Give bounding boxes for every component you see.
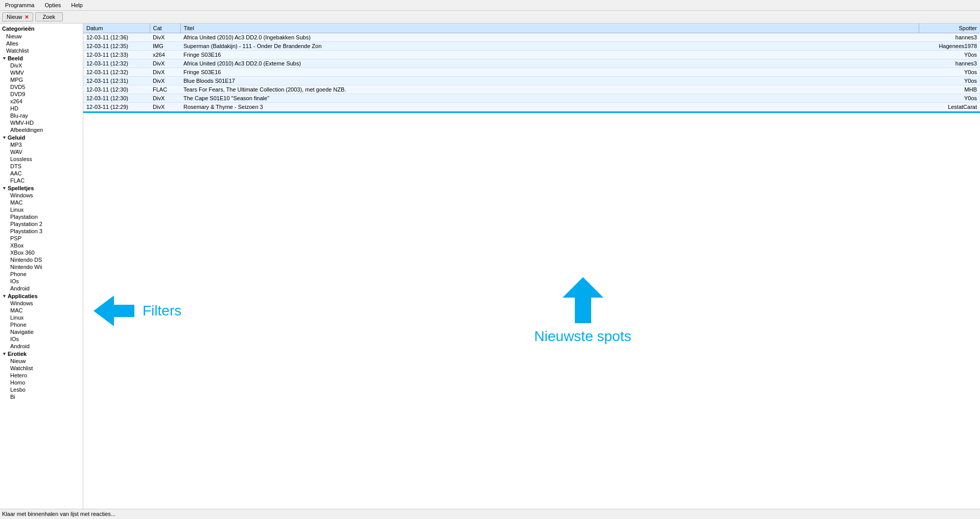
sidebar-item-wmv[interactable]: WMV xyxy=(0,69,83,76)
sidebar-item-aac[interactable]: AAC xyxy=(0,170,83,177)
sidebar-item-nintendo-ds[interactable]: Nintendo DS xyxy=(0,256,83,263)
new-tab-button[interactable]: Nieuw ✕ xyxy=(2,12,33,21)
sidebar-group-applicaties[interactable]: ▼Applicaties xyxy=(0,292,83,300)
triangle-icon: ▼ xyxy=(2,56,7,61)
sidebar-group-spelletjes[interactable]: ▼Spelletjes xyxy=(0,184,83,192)
table-row[interactable]: 12-03-11 (12:30) DivX The Cape S01E10 "S… xyxy=(83,94,980,103)
arrow-left-icon xyxy=(94,296,134,326)
table-row[interactable]: 12-03-11 (12:29) DivX Rosemary & Thyme -… xyxy=(83,103,980,111)
cell-cat: IMG xyxy=(150,42,180,51)
sidebar-item-wav[interactable]: WAV xyxy=(0,148,83,155)
left-arrow-svg xyxy=(94,296,134,326)
sidebar-item-windows[interactable]: Windows xyxy=(0,300,83,307)
sidebar-group-beeld[interactable]: ▼Beeld xyxy=(0,54,83,62)
sidebar-item-watchlist[interactable]: Watchlist xyxy=(0,47,83,54)
sidebar-item-dvd5[interactable]: DVD5 xyxy=(0,83,83,91)
menu-help[interactable]: Help xyxy=(68,1,86,9)
sidebar-item-android[interactable]: Android xyxy=(0,343,83,350)
cell-spotter: Y0os xyxy=(919,68,980,77)
filters-label: Filters xyxy=(143,303,181,319)
sidebar-items: NieuwAllesWatchlist▼BeeldDivXWMVMPGDVD5D… xyxy=(0,33,83,400)
sidebar-item-bi[interactable]: Bi xyxy=(0,393,83,400)
sidebar-item-ios[interactable]: IOs xyxy=(0,278,83,285)
sidebar-item-flac[interactable]: FLAC xyxy=(0,177,83,184)
sidebar-item-blu-ray[interactable]: Blu-ray xyxy=(0,112,83,119)
sidebar-item-xbox-360[interactable]: XBox 360 xyxy=(0,249,83,256)
sidebar-item-android[interactable]: Android xyxy=(0,285,83,292)
sidebar-item-mac[interactable]: MAC xyxy=(0,199,83,206)
sidebar-group-geluid[interactable]: ▼Geluid xyxy=(0,133,83,141)
cell-cat: DivX xyxy=(150,77,180,85)
tab-close-icon[interactable]: ✕ xyxy=(25,14,29,20)
sidebar-item-ios[interactable]: IOs xyxy=(0,335,83,343)
nieuwste-spots-group: Nieuwste spots xyxy=(534,277,632,345)
sidebar-item-wmv-hd[interactable]: WMV-HD xyxy=(0,119,83,126)
table-row[interactable]: 12-03-11 (12:32) DivX Fringe S03E16 Y0os xyxy=(83,68,980,77)
table-row[interactable]: 12-03-11 (12:35) IMG Superman (Baldakijn… xyxy=(83,42,980,51)
sidebar-item-lossless[interactable]: Lossless xyxy=(0,155,83,163)
filters-group: Filters xyxy=(94,296,181,326)
sidebar-item-x264[interactable]: x264 xyxy=(0,98,83,105)
sidebar-item-mac[interactable]: MAC xyxy=(0,307,83,314)
menu-programma[interactable]: Programma xyxy=(2,1,37,9)
cell-spotter: Y0os xyxy=(919,51,980,59)
sidebar-item-watchlist[interactable]: Watchlist xyxy=(0,365,83,372)
cell-titel: Superman (Baldakijn) - 111 - Onder De Br… xyxy=(180,42,919,51)
sidebar-item-lesbo[interactable]: Lesbo xyxy=(0,386,83,393)
cell-titel: Blue Bloods S01E17 xyxy=(180,77,919,85)
sidebar-group-erotiek[interactable]: ▼Erotiek xyxy=(0,350,83,357)
sidebar-header: Categorieën xyxy=(0,25,83,33)
cell-cat: DivX xyxy=(150,33,180,42)
cell-datum: 12-03-11 (12:33) xyxy=(83,51,150,59)
col-cat[interactable]: Cat xyxy=(150,24,180,33)
table-container: Datum Cat Titel Spotter 12-03-11 (12:36)… xyxy=(83,24,980,113)
sidebar-item-mpg[interactable]: MPG xyxy=(0,76,83,83)
sidebar-item-dvd9[interactable]: DVD9 xyxy=(0,91,83,98)
cell-cat: DivX xyxy=(150,68,180,77)
table-row[interactable]: 12-03-11 (12:36) DivX Africa United (201… xyxy=(83,33,980,42)
sidebar-item-homo[interactable]: Homo xyxy=(0,379,83,386)
sidebar-item-nintendo-wii[interactable]: Nintendo Wii xyxy=(0,263,83,270)
sidebar-item-phone[interactable]: Phone xyxy=(0,321,83,328)
sidebar-item-hetero[interactable]: Hetero xyxy=(0,372,83,379)
sidebar-item-xbox[interactable]: XBox xyxy=(0,242,83,249)
sidebar-item-hd[interactable]: HD xyxy=(0,105,83,112)
search-button[interactable]: Zoek xyxy=(35,12,63,21)
cell-titel: Fringe S03E16 xyxy=(180,68,919,77)
cell-datum: 12-03-11 (12:29) xyxy=(83,103,150,111)
sidebar-item-nieuw[interactable]: Nieuw xyxy=(0,357,83,365)
table-row[interactable]: 12-03-11 (12:31) DivX Blue Bloods S01E17… xyxy=(83,77,980,85)
cell-datum: 12-03-11 (12:30) xyxy=(83,85,150,94)
sidebar-item-navigatie[interactable]: Navigatie xyxy=(0,328,83,335)
up-arrow-group xyxy=(563,277,603,323)
content-area: Datum Cat Titel Spotter 12-03-11 (12:36)… xyxy=(83,24,980,509)
triangle-icon: ▼ xyxy=(2,135,7,140)
cell-cat: FLAC xyxy=(150,85,180,94)
col-spotter[interactable]: Spotter xyxy=(919,24,980,33)
sidebar-item-linux[interactable]: Linux xyxy=(0,314,83,321)
sidebar-item-linux[interactable]: Linux xyxy=(0,206,83,213)
toolbar: Nieuw ✕ Zoek xyxy=(0,11,980,24)
sidebar-item-phone[interactable]: Phone xyxy=(0,270,83,278)
cell-titel: Africa United (2010) Ac3 DD2.0 (Ingebakk… xyxy=(180,33,919,42)
sidebar-item-windows[interactable]: Windows xyxy=(0,192,83,199)
table-row[interactable]: 12-03-11 (12:32) DivX Africa United (201… xyxy=(83,59,980,68)
menu-opties[interactable]: Opties xyxy=(41,1,64,9)
sidebar-item-nieuw[interactable]: Nieuw xyxy=(0,33,83,40)
sidebar-item-psp[interactable]: PSP xyxy=(0,235,83,242)
sidebar-item-mp3[interactable]: MP3 xyxy=(0,141,83,148)
sidebar-item-playstation[interactable]: Playstation xyxy=(0,213,83,220)
sidebar-item-dts[interactable]: DTS xyxy=(0,163,83,170)
sidebar-item-playstation-3[interactable]: Playstation 3 xyxy=(0,228,83,235)
table-row[interactable]: 12-03-11 (12:33) x264 Fringe S03E16 Y0os xyxy=(83,51,980,59)
cell-titel: The Cape S01E10 "Season finale" xyxy=(180,94,919,103)
table-row[interactable]: 12-03-11 (12:30) FLAC Tears For Fears, T… xyxy=(83,85,980,94)
sidebar-item-afbeeldingen[interactable]: Afbeeldingen xyxy=(0,126,83,133)
sidebar-item-alles[interactable]: Alles xyxy=(0,40,83,47)
sidebar-item-divx[interactable]: DivX xyxy=(0,62,83,69)
cell-datum: 12-03-11 (12:30) xyxy=(83,94,150,103)
col-titel[interactable]: Titel xyxy=(180,24,919,33)
sidebar-item-playstation-2[interactable]: Playstation 2 xyxy=(0,220,83,228)
triangle-icon: ▼ xyxy=(2,186,7,191)
col-datum[interactable]: Datum xyxy=(83,24,150,33)
